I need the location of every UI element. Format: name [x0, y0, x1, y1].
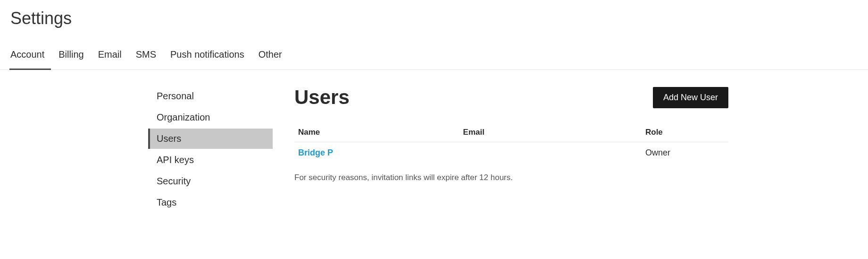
main-header: Users Add New User — [294, 86, 728, 109]
tab-billing[interactable]: Billing — [58, 44, 83, 69]
main-panel: Users Add New User Name Email Role Bridg… — [274, 86, 868, 214]
users-table: Name Email Role Bridge P Owner — [294, 123, 728, 164]
sidebar-item-organization[interactable]: Organization — [148, 107, 273, 128]
page-title: Settings — [0, 0, 868, 28]
tab-email[interactable]: Email — [98, 44, 122, 69]
column-header-role: Role — [642, 123, 728, 142]
content: Personal Organization Users API keys Sec… — [0, 70, 868, 214]
tab-account[interactable]: Account — [10, 44, 44, 69]
sidebar: Personal Organization Users API keys Sec… — [0, 86, 274, 214]
sidebar-item-tags[interactable]: Tags — [148, 192, 273, 213]
main-title: Users — [294, 86, 350, 109]
column-header-name: Name — [294, 123, 459, 142]
table-row: Bridge P Owner — [294, 142, 728, 164]
tab-sms[interactable]: SMS — [136, 44, 156, 69]
tab-other[interactable]: Other — [259, 44, 282, 69]
user-link[interactable]: Bridge P — [298, 148, 333, 157]
sidebar-item-security[interactable]: Security — [148, 171, 273, 191]
add-new-user-button[interactable]: Add New User — [653, 87, 728, 108]
column-header-email: Email — [459, 123, 642, 142]
cell-name: Bridge P — [294, 142, 459, 164]
security-note: For security reasons, invitation links w… — [294, 173, 728, 182]
sidebar-item-users[interactable]: Users — [148, 129, 273, 149]
sidebar-item-personal[interactable]: Personal — [148, 86, 273, 106]
sidebar-item-api-keys[interactable]: API keys — [148, 150, 273, 170]
tab-push-notifications[interactable]: Push notifications — [170, 44, 244, 69]
cell-role: Owner — [642, 142, 728, 164]
table-header-row: Name Email Role — [294, 123, 728, 142]
cell-email — [459, 142, 642, 164]
top-tabs: Account Billing Email SMS Push notificat… — [0, 31, 868, 70]
